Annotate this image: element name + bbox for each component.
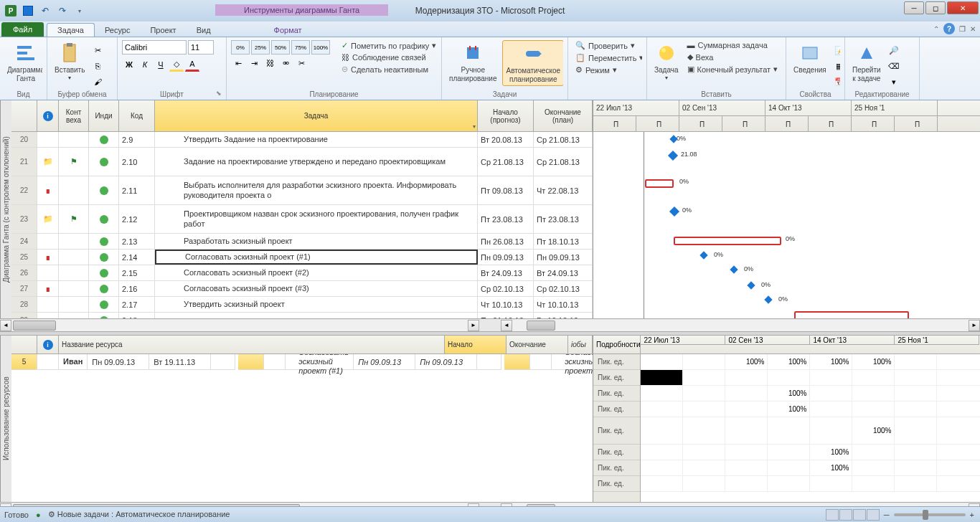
task-row[interactable]: 242.13Разработать эскизный проектПн 26.0… <box>11 234 593 250</box>
rcol-rownum[interactable] <box>11 336 37 353</box>
gantt-scroll-left-button[interactable]: ◄ <box>501 320 512 331</box>
bold-button[interactable]: Ж <box>122 57 136 72</box>
tab-view[interactable]: Вид <box>187 24 221 37</box>
manual-schedule-button[interactable]: Ручное планирование <box>446 40 499 85</box>
resource-row[interactable]: 5ИванПн 09.09.13Вт 19.11.13 <box>11 354 235 370</box>
app-icon[interactable]: P <box>3 3 19 19</box>
fill-color-button[interactable]: ◇ <box>169 57 184 72</box>
resource-grid-body[interactable]: 5ИванПн 09.09.13Вт 19.11.13Согласовать э… <box>11 354 593 502</box>
task-row[interactable]: 27∎2.16Согласовать эскизный проект (#3)С… <box>11 281 593 297</box>
pct-50-button[interactable]: 50% <box>271 40 290 54</box>
rcol-start[interactable]: Начало <box>445 336 507 353</box>
tab-format[interactable]: Формат <box>264 24 312 37</box>
resource-row[interactable]: Согласовать эскизный проект (#2)Вт 24.09… <box>504 354 593 370</box>
task-row[interactable]: 29∎2.18Пн 21.10.13Вт 10.12.13 <box>11 313 593 318</box>
col-start[interactable]: Начало (прогноз) <box>478 100 534 131</box>
information-button[interactable]: Сведения <box>791 40 829 76</box>
minimize-button[interactable]: ─ <box>904 1 924 14</box>
cut-button[interactable]: ✂ <box>90 43 105 57</box>
task-row[interactable]: 21📁⚑2.10Задание на проектирование утверж… <box>11 148 593 176</box>
task-row[interactable]: 282.17Утвердить эскизный проектЧт 10.10.… <box>11 297 593 313</box>
view-usage-button[interactable] <box>839 509 852 521</box>
notes-button[interactable]: 📝 <box>832 43 840 57</box>
timeline-add-button[interactable]: 📅 <box>832 75 840 89</box>
task-row[interactable]: 25∎2.14Согласовать эскизный проект (#1)П… <box>11 250 593 265</box>
zoom-in-button[interactable]: + <box>970 511 974 519</box>
close-button[interactable]: ✕ <box>947 1 979 14</box>
font-name-input[interactable] <box>122 40 187 54</box>
pct-0-button[interactable]: 0% <box>231 40 250 54</box>
tab-file[interactable]: Файл <box>1 22 44 37</box>
col-info[interactable]: i <box>37 100 59 131</box>
minimize-ribbon-icon[interactable]: ⌃ <box>933 25 939 33</box>
split-button[interactable]: ✂ <box>294 56 308 70</box>
tab-project[interactable]: Проект <box>140 24 186 37</box>
pct-100-button[interactable]: 100% <box>311 40 330 54</box>
link-button[interactable]: ⛓ <box>263 56 277 70</box>
mark-on-track-button[interactable]: ✓Пометить по графику ▾ <box>339 40 437 51</box>
col-task[interactable]: Задача▾ <box>155 100 478 131</box>
gantt-chart-button[interactable]: Диаграмма Ганта <box>4 40 42 85</box>
task-row[interactable]: 23📁⚑2.12Проектировщиком назван срок эски… <box>11 205 593 234</box>
new-task-button[interactable]: Задача▾ <box>651 40 682 83</box>
top-view-bar[interactable]: Диаграмма Ганта (с контролем отклонений) <box>0 100 11 318</box>
respect-links-button[interactable]: ⛓Соблюдение связей <box>339 52 437 62</box>
task-row[interactable]: 202.9Утвердить Задание на проектирование… <box>11 132 593 148</box>
col-code[interactable]: Код <box>119 100 155 131</box>
fill-button[interactable]: ▾ <box>887 75 901 89</box>
copy-button[interactable]: ⎘ <box>90 59 105 73</box>
auto-schedule-button[interactable]: Автоматическое планирование <box>502 40 563 86</box>
zoom-out-button[interactable]: ─ <box>884 511 890 519</box>
gantt-scroll-right-button[interactable]: ► <box>969 320 980 331</box>
detail-header[interactable]: Подробности <box>593 336 640 354</box>
undo-button[interactable]: ↶ <box>37 3 53 19</box>
redo-button[interactable]: ↷ <box>55 3 70 19</box>
inspect-button[interactable]: 🔍 Проверить ▾ <box>573 40 642 51</box>
gantt-chart[interactable]: 22 Июл '1302 Сен '1314 Окт '1325 Ноя '1 … <box>593 100 980 318</box>
font-size-input[interactable] <box>188 40 214 54</box>
task-row[interactable]: 22∎2.11Выбрать исполнителя для разработк… <box>11 176 593 205</box>
rcol-finish[interactable]: Окончание <box>507 336 568 353</box>
italic-button[interactable]: К <box>138 57 152 72</box>
qat-customize[interactable]: ▾ <box>72 3 88 19</box>
close-workbook-icon[interactable]: ✕ <box>970 25 976 33</box>
scroll-right-button[interactable]: ► <box>468 320 479 331</box>
mode-button[interactable]: ⚙ Режим ▾ <box>573 65 642 75</box>
font-dialog-launcher[interactable]: ⬊ <box>216 90 225 98</box>
tab-task[interactable]: Задача <box>47 23 95 37</box>
detail-timephased[interactable]: 22 Июл '1302 Сен '1314 Окт '1325 Ноя '1П… <box>641 336 980 502</box>
col-finish[interactable]: Окончание (план) <box>534 100 593 131</box>
tab-resource[interactable]: Ресурс <box>95 24 140 37</box>
summary-task-button[interactable]: ▬ Суммарная задача <box>684 40 781 50</box>
unlink-button[interactable]: ⚮ <box>278 56 293 70</box>
col-indicator[interactable]: Инди <box>89 100 119 131</box>
scroll-left-button[interactable]: ◄ <box>0 320 11 331</box>
maximize-button[interactable]: ◻ <box>925 1 946 14</box>
underline-button[interactable]: Ч <box>154 57 168 72</box>
move-button[interactable]: 📋 Переместить ▾ <box>573 52 642 63</box>
help-icon[interactable]: ? <box>943 23 955 34</box>
rcol-info[interactable]: i <box>37 336 59 353</box>
paste-button[interactable]: Вставить▾ <box>52 40 88 83</box>
details-button[interactable]: ▦ <box>832 59 840 73</box>
format-painter-button[interactable]: 🖌 <box>90 75 105 89</box>
resource-row[interactable]: Согласовать эскизный проект (#1)Пн 09.09… <box>238 354 501 370</box>
top-hscroll[interactable]: ◄ ► ◄ ► <box>0 318 980 331</box>
bottom-view-bar[interactable]: Использование ресурсов <box>0 336 11 502</box>
deliverable-button[interactable]: ▣ Конечный результат ▾ <box>684 64 781 75</box>
indent-button[interactable]: ⇥ <box>247 56 261 70</box>
milestone-button[interactable]: ◆ Веха <box>684 52 781 62</box>
clear-button[interactable]: ⌫ <box>887 59 901 73</box>
restore-window-icon[interactable]: ❐ <box>959 25 966 33</box>
view-team-button[interactable] <box>853 509 866 521</box>
pct-25-button[interactable]: 25% <box>251 40 270 54</box>
task-row[interactable]: 262.15Согласовать эскизный проект (#2)Вт… <box>11 265 593 281</box>
font-color-button[interactable]: A <box>185 57 199 72</box>
scroll-to-task-button[interactable]: Перейти к задаче <box>849 40 884 85</box>
rcol-name[interactable]: Название ресурса <box>59 336 445 353</box>
save-button[interactable] <box>20 3 36 19</box>
outdent-button[interactable]: ⇤ <box>231 56 245 70</box>
zoom-slider[interactable] <box>894 513 966 516</box>
inactivate-button[interactable]: ⊝Сделать неактивным <box>339 64 437 75</box>
col-rownum[interactable] <box>11 100 37 131</box>
